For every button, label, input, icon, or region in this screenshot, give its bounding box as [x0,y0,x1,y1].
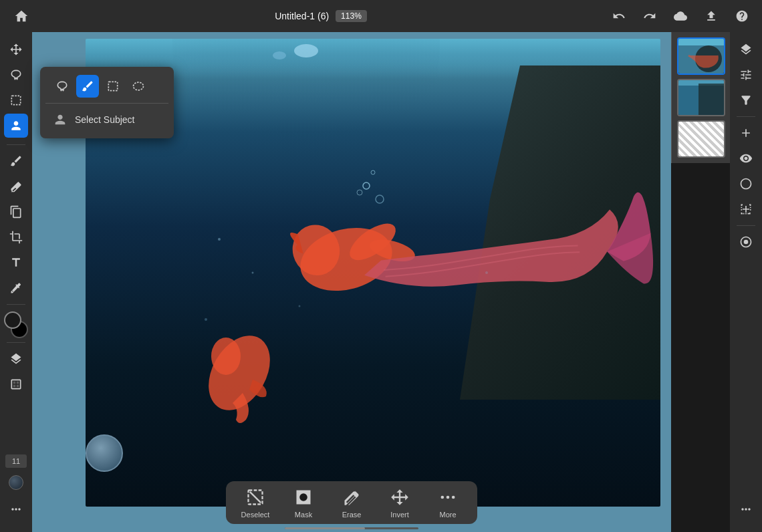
more-button[interactable]: More [432,487,464,519]
svg-rect-23 [678,39,725,45]
mask-icon [293,487,314,508]
tool-eraser[interactable] [4,174,28,198]
erase-button[interactable]: Erase [336,487,368,519]
layer-1-thumbnail[interactable] [677,37,725,75]
top-bar: Untitled-1 (6) 113% [0,0,762,32]
tool-marquee[interactable] [4,88,28,112]
tool-move[interactable] [4,37,28,61]
more-label: More [439,511,456,519]
help-button[interactable] [733,7,751,25]
svg-point-18 [485,271,488,274]
bottom-tools-container: Deselect Mask Erase [226,481,477,524]
tool-stamp[interactable] [4,200,28,224]
tool-layers-toggle[interactable] [4,347,28,371]
svg-point-31 [299,493,307,501]
right-separator-1 [737,116,755,117]
deselect-button[interactable]: Deselect [239,487,271,519]
svg-point-1 [172,39,440,239]
select-subject-label: Select Subject [75,114,135,125]
left-toolbar: 11 [0,32,32,532]
svg-point-3 [273,51,286,59]
right-history-button[interactable] [734,230,758,254]
share-button[interactable] [702,7,721,25]
undo-button[interactable] [610,7,628,25]
more-tools-button[interactable] [4,497,28,521]
tool-lasso[interactable] [4,63,28,87]
erase-label: Erase [342,511,362,519]
svg-point-34 [452,496,455,499]
foreground-color-swatch[interactable] [4,311,21,329]
bottom-toolbar: Deselect Mask Erase [32,479,671,532]
svg-line-29 [250,492,261,503]
svg-rect-19 [108,82,117,90]
svg-point-33 [447,496,450,499]
topbar-center: Untitled-1 (6) 113% [275,10,367,22]
topbar-right [610,7,751,25]
more-icon [437,487,459,508]
invert-button[interactable]: Invert [384,487,416,519]
tool-eyedropper[interactable] [4,276,28,300]
svg-rect-27 [698,84,725,116]
svg-point-14 [218,238,221,241]
layer-2-preview [678,80,724,115]
erase-icon [341,487,362,508]
right-adjustments-button[interactable] [734,63,758,87]
separator-2 [7,304,25,305]
home-button[interactable] [11,5,32,27]
svg-rect-0 [11,96,20,104]
right-layers-button[interactable] [734,37,758,61]
brush-size-badge[interactable]: 11 [5,454,27,468]
right-transform-button[interactable] [734,197,758,221]
scroll-bar [285,527,418,529]
separator-3 [7,342,25,343]
tool-crop[interactable] [4,225,28,249]
scroll-thumb[interactable] [285,527,365,529]
right-mask-button[interactable] [734,172,758,196]
zoom-level[interactable]: 113% [336,10,367,22]
popup-lasso-subtract[interactable] [51,75,74,98]
right-panel [730,32,762,532]
svg-point-15 [252,272,254,274]
layer-1-preview [678,39,724,74]
svg-point-2 [294,44,318,57]
popup-brush-add[interactable] [76,75,99,98]
tool-brush[interactable] [4,149,28,173]
popup-toolbar [45,72,168,104]
deselect-icon [245,487,266,508]
color-swatches[interactable] [4,311,28,338]
layer-3-thumbnail[interactable] [677,120,725,158]
svg-point-32 [441,496,444,499]
right-filters-button[interactable] [734,88,758,112]
brush-cursor[interactable] [86,434,123,472]
invert-icon [389,487,410,508]
right-more-button[interactable] [734,497,758,521]
deselect-label: Deselect [241,511,270,519]
separator-1 [7,144,25,145]
mask-label: Mask [295,511,312,519]
select-subject-popup: Select Subject [40,67,174,138]
popup-ellipse-select[interactable] [127,75,150,98]
tool-fill[interactable] [4,471,28,495]
tool-select-subject[interactable] [4,114,28,138]
document-title: Untitled-1 (6) [275,11,329,21]
tool-text[interactable] [4,251,28,275]
right-visibility-button[interactable] [734,146,758,170]
invert-label: Invert [390,511,409,519]
mask-button[interactable]: Mask [287,487,320,519]
select-subject-icon [52,112,68,128]
layer-3-preview [678,122,724,156]
layers-panel [671,32,730,163]
topbar-left [11,5,32,27]
svg-point-17 [299,305,301,307]
toolbar-bottom-section: 11 [4,454,28,527]
svg-point-16 [205,318,207,321]
layer-2-thumbnail[interactable] [677,79,725,116]
svg-point-21 [744,240,749,245]
cloud-button[interactable] [671,7,690,25]
right-add-layer-button[interactable] [734,121,758,145]
tool-transform[interactable] [4,372,28,396]
svg-point-9 [211,338,241,375]
redo-button[interactable] [640,7,659,25]
popup-rect-select[interactable] [102,75,124,98]
select-subject-menu-item[interactable]: Select Subject [45,106,168,133]
